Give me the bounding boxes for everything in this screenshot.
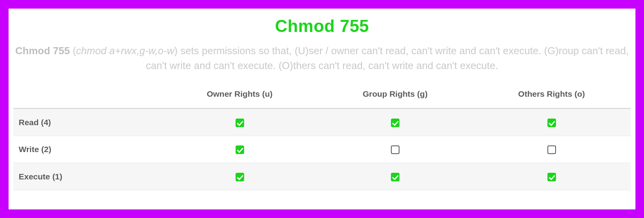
checkbox-execute-owner[interactable] xyxy=(236,173,244,181)
cell-execute-owner xyxy=(162,163,318,190)
cell-execute-others xyxy=(472,163,631,190)
checkbox-write-others[interactable] xyxy=(547,145,556,154)
row-read-label: Read (4) xyxy=(13,108,162,136)
desc-symbolic: chmod a+rwx,g-w,o-w xyxy=(76,45,174,57)
cell-write-owner xyxy=(162,136,318,163)
checkbox-execute-group[interactable] xyxy=(391,173,399,181)
col-others: Others Rights (o) xyxy=(472,83,631,108)
cell-read-others xyxy=(472,108,631,136)
row-write: Write (2) xyxy=(13,136,631,163)
cell-execute-group xyxy=(318,163,472,190)
description: Chmod 755 (chmod a+rwx,g-w,o-w) sets per… xyxy=(9,44,635,80)
col-owner: Owner Rights (u) xyxy=(162,83,318,108)
desc-paren-open: ( xyxy=(70,45,76,57)
desc-rest: ) sets permissions so that, (U)ser / own… xyxy=(146,45,629,71)
page-title: Chmod 755 xyxy=(9,16,635,36)
checkbox-execute-others[interactable] xyxy=(547,173,556,181)
table-header-row: Owner Rights (u) Group Rights (g) Others… xyxy=(13,83,631,108)
cell-read-owner xyxy=(162,108,318,136)
desc-lead: Chmod 755 xyxy=(15,45,70,57)
checkbox-read-group[interactable] xyxy=(391,119,399,127)
chmod-card: Chmod 755 Chmod 755 (chmod a+rwx,g-w,o-w… xyxy=(9,9,635,209)
col-empty xyxy=(13,83,162,108)
cell-write-others xyxy=(472,136,631,163)
cell-write-group xyxy=(318,136,472,163)
cell-read-group xyxy=(318,108,472,136)
row-read: Read (4) xyxy=(13,108,631,136)
row-execute: Execute (1) xyxy=(13,163,631,190)
checkbox-read-owner[interactable] xyxy=(236,119,244,127)
permissions-table: Owner Rights (u) Group Rights (g) Others… xyxy=(13,83,631,190)
checkbox-read-others[interactable] xyxy=(547,119,556,127)
checkbox-write-owner[interactable] xyxy=(236,145,244,154)
checkbox-write-group[interactable] xyxy=(391,145,399,154)
row-execute-label: Execute (1) xyxy=(13,163,162,190)
col-group: Group Rights (g) xyxy=(318,83,472,108)
row-write-label: Write (2) xyxy=(13,136,162,163)
